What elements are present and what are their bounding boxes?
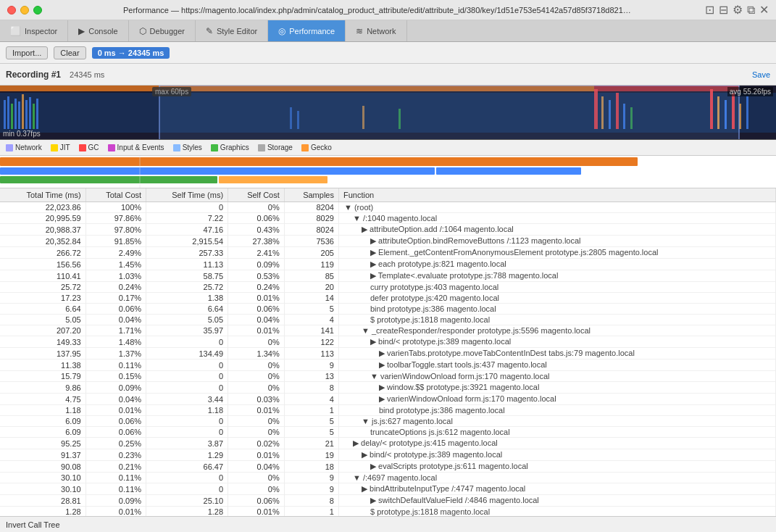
detach-icon[interactable]: ⧉ [747, 4, 755, 17]
cell-function[interactable]: ▼ /:4697 magento.local [338, 473, 775, 483]
timeline-overview[interactable]: max 60fps min 0.37fps avg 55.26fps [0, 86, 776, 140]
cell-function[interactable]: ▶ toolbarToggle.start tools.js:437 magen… [338, 359, 775, 371]
table-row[interactable]: 20,352.84 91.85% 2,915.54 27.38% 7536 ▶ … [0, 236, 776, 247]
table-row[interactable]: 30.10 0.11% 0 0% 9 ▶ bindAttributeInputT… [0, 483, 776, 495]
cell-function[interactable]: ▶ switchDefaultValueField /:4846 magento… [338, 495, 775, 507]
header-self-time[interactable]: Self Time (ms) [146, 188, 228, 202]
cell-function[interactable]: ▶ delay/< prototype.js:415 magento.local [338, 438, 775, 449]
cell-function[interactable]: ▶ bind/< prototype.js:389 magento.local [338, 449, 775, 461]
cell-total-cost: 0.17% [85, 293, 146, 304]
cell-function[interactable]: defer prototype.js:420 magento.local [338, 293, 775, 304]
table-row[interactable]: 6.64 0.06% 6.64 0.06% 5 bind prototype.j… [0, 304, 776, 315]
cell-function[interactable]: ▶ each prototype.js:821 magento.local [338, 259, 775, 270]
cell-total-time: 1.28 [0, 507, 85, 517]
cell-total-cost: 91.85% [85, 236, 146, 247]
cell-total-cost: 0.06% [85, 416, 146, 427]
cell-function[interactable]: ▼ _createResponder/responder prototype.j… [338, 325, 775, 336]
table-row[interactable]: 11.38 0.11% 0 0% 9 ▶ toolbarToggle.start… [0, 359, 776, 371]
table-row[interactable]: 30.10 0.11% 0 0% 9 ▼ /:4697 magento.loca… [0, 473, 776, 483]
table-row[interactable]: 6.09 0.06% 0 0% 5 ▼ js.js:627 magento.lo… [0, 416, 776, 427]
tab-style-editor[interactable]: ✎ Style Editor [196, 20, 268, 41]
svg-rect-36 [219, 176, 327, 183]
clear-button[interactable]: Clear [54, 46, 85, 59]
tab-console[interactable]: ▶ Console [68, 20, 128, 41]
cell-function[interactable]: ▶ attributeOption.bindRemoveButtons /:11… [338, 236, 775, 247]
table-row[interactable]: 149.33 1.48% 0 0% 122 ▶ bind/< prototype… [0, 336, 776, 348]
table-row[interactable]: 20,995.59 97.86% 7.22 0.06% 8029 ▼ /:104… [0, 213, 776, 224]
settings-icon[interactable]: ⚙ [733, 3, 743, 17]
cell-self-cost: 0.01% [228, 325, 285, 336]
cell-function[interactable]: bind prototype.js:386 magento.local [338, 304, 775, 315]
table-row[interactable]: 4.75 0.04% 3.44 0.03% 4 ▶ varienWindowOn… [0, 394, 776, 405]
cell-function[interactable]: ▶ attributeOption.add /:1064 magento.loc… [338, 224, 775, 236]
table-row[interactable]: 20,988.37 97.80% 47.16 0.43% 8024 ▶ attr… [0, 224, 776, 236]
table-row[interactable]: 17.23 0.17% 1.38 0.01% 14 defer prototyp… [0, 293, 776, 304]
table-row[interactable]: 266.72 2.49% 257.33 2.41% 205 ▶ Element.… [0, 247, 776, 259]
table-row[interactable]: 5.05 0.04% 5.05 0.04% 4 $ prototype.js:1… [0, 315, 776, 325]
cell-samples: 4 [284, 315, 338, 325]
header-total-time[interactable]: Total Time (ms) [0, 188, 85, 202]
dock-icon[interactable]: ⊡ [705, 3, 714, 17]
cell-function[interactable]: $ prototype.js:1818 magento.local [338, 315, 775, 325]
call-tree-table[interactable]: Total Time (ms) Total Cost Self Time (ms… [0, 188, 776, 516]
close-button[interactable] [7, 6, 16, 14]
cell-self-time: 25.10 [146, 495, 228, 507]
cell-function[interactable]: curry prototype.js:403 magento.local [338, 282, 775, 293]
invert-call-tree-button[interactable]: Invert Call Tree [6, 520, 60, 529]
cell-function[interactable]: ▶ evalScripts prototype.js:611 magento.l… [338, 461, 775, 473]
cell-total-time: 6.09 [0, 427, 85, 438]
tab-debugger[interactable]: ⬡ Debugger [129, 20, 196, 41]
header-samples[interactable]: Samples [284, 188, 338, 202]
table-row[interactable]: 110.41 1.03% 58.75 0.53% 85 ▶ Template<.… [0, 270, 776, 282]
table-row[interactable]: 91.37 0.23% 1.29 0.01% 19 ▶ bind/< proto… [0, 449, 776, 461]
window-title: Performance — https://magento.local/inde… [51, 6, 705, 14]
table-row[interactable]: 22,023.86 100% 0 0% 8204 ▼ (root) [0, 202, 776, 213]
table-row[interactable]: 28.81 0.09% 25.10 0.06% 8 ▶ switchDefaul… [0, 495, 776, 507]
cell-function[interactable]: $ prototype.js:1818 magento.local [338, 507, 775, 517]
cell-self-cost: 0% [228, 416, 285, 427]
table-row[interactable]: 156.56 1.45% 11.13 0.09% 119 ▶ each prot… [0, 259, 776, 270]
close-devtools-icon[interactable]: ✕ [759, 3, 769, 17]
styles-color [173, 144, 180, 151]
header-function[interactable]: Function [338, 188, 775, 202]
table-row[interactable]: 137.95 1.37% 134.49 1.34% 113 ▶ varienTa… [0, 348, 776, 359]
cell-function[interactable]: ▼ (root) [338, 202, 775, 213]
save-button[interactable]: Save [752, 70, 770, 79]
flame-chart[interactable] [0, 156, 776, 188]
recording-header: Recording #1 24345 ms Save [0, 64, 776, 86]
tab-performance[interactable]: ◎ Performance [268, 20, 346, 41]
cell-total-time: 11.38 [0, 359, 85, 371]
header-total-cost[interactable]: Total Cost [85, 188, 146, 202]
table-row[interactable]: 1.28 0.01% 1.28 0.01% 1 $ prototype.js:1… [0, 507, 776, 517]
table-row[interactable]: 90.08 0.21% 66.47 0.04% 18 ▶ evalScripts… [0, 461, 776, 473]
tab-inspector[interactable]: ⬜ Inspector [0, 20, 68, 41]
cell-function[interactable]: ▼ js.js:627 magento.local [338, 416, 775, 427]
cell-function[interactable]: ▶ bindAttributeInputType /:4747 magento.… [338, 483, 775, 495]
table-row[interactable]: 25.72 0.24% 25.72 0.24% 20 curry prototy… [0, 282, 776, 293]
cell-function[interactable]: ▶ Template<.evaluate prototype.js:788 ma… [338, 270, 775, 282]
split-icon[interactable]: ⊟ [719, 3, 728, 17]
cell-total-time: 266.72 [0, 247, 85, 259]
cell-function[interactable]: ▶ bind/< prototype.js:389 magento.local [338, 336, 775, 348]
maximize-button[interactable] [33, 6, 42, 14]
table-row[interactable]: 95.25 0.25% 3.87 0.02% 21 ▶ delay/< prot… [0, 438, 776, 449]
cell-function[interactable]: truncateOptions js.js:612 magento.local [338, 427, 775, 438]
import-button[interactable]: Import... [6, 46, 48, 59]
header-self-cost[interactable]: Self Cost [228, 188, 285, 202]
table-row[interactable]: 207.20 1.71% 35.97 0.01% 141 ▼ _createRe… [0, 325, 776, 336]
table-row[interactable]: 1.18 0.01% 1.18 0.01% 1 bind prototype.j… [0, 405, 776, 416]
cell-self-cost: 0.02% [228, 438, 285, 449]
table-row[interactable]: 6.09 0.06% 0 0% 5 truncateOptions js.js:… [0, 427, 776, 438]
cell-function[interactable]: bind prototype.js:386 magento.local [338, 405, 775, 416]
cell-function[interactable]: ▶ Element._getContentFromAnonymousElemen… [338, 247, 775, 259]
table-row[interactable]: 15.79 0.15% 0 0% 13 ▼ varienWindowOnload… [0, 371, 776, 382]
minimize-button[interactable] [20, 6, 29, 14]
tab-network[interactable]: ≋ Network [346, 20, 406, 41]
cell-function[interactable]: ▶ window.$$ prototype.js:3921 magento.lo… [338, 382, 775, 394]
cell-function[interactable]: ▶ varienWindowOnload form.js:170 magento… [338, 394, 775, 405]
table-row[interactable]: 9.86 0.09% 0 0% 8 ▶ window.$$ prototype.… [0, 382, 776, 394]
cell-function[interactable]: ▶ varienTabs.prototype.moveTabContentInD… [338, 348, 775, 359]
cell-function[interactable]: ▼ /:1040 magento.local [338, 213, 775, 224]
cell-total-cost: 0.04% [85, 394, 146, 405]
cell-function[interactable]: ▼ varienWindowOnload form.js:170 magento… [338, 371, 775, 382]
